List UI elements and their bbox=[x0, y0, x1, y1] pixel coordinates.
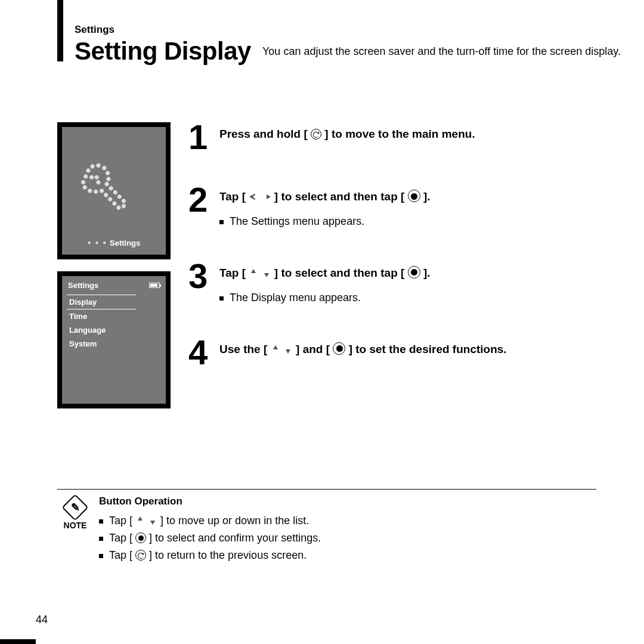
svg-point-24 bbox=[95, 179, 101, 185]
svg-point-22 bbox=[89, 174, 95, 180]
select-icon bbox=[135, 532, 146, 543]
page-title: Setting Display bbox=[75, 37, 251, 66]
step-text: Use the [ ] and [ ] to set the desired f… bbox=[219, 342, 507, 357]
step-detail: The Display menu appears. bbox=[219, 292, 431, 304]
breadcrumb: Settings bbox=[75, 24, 251, 36]
svg-point-3 bbox=[95, 163, 101, 169]
svg-point-21 bbox=[80, 179, 86, 185]
svg-point-9 bbox=[112, 190, 118, 196]
page-number: 44 bbox=[36, 614, 48, 626]
svg-point-11 bbox=[120, 198, 126, 204]
select-icon bbox=[333, 342, 345, 355]
select-icon bbox=[408, 266, 420, 278]
svg-point-19 bbox=[87, 188, 93, 194]
header: Settings Setting Display bbox=[75, 24, 251, 66]
step: 2Tap [ ] to select and then tap [ ].The … bbox=[188, 185, 507, 228]
device-screenshot-main: ● ● ● Settings bbox=[57, 122, 171, 259]
svg-point-8 bbox=[108, 185, 114, 191]
down-arrow-icon bbox=[262, 268, 271, 278]
screenshot-caption: ● ● ● Settings bbox=[62, 239, 166, 247]
battery-icon bbox=[149, 283, 160, 288]
steps-column: 1Press and hold [ ] to move to the main … bbox=[188, 122, 507, 400]
svg-point-16 bbox=[103, 192, 109, 198]
step-number: 3 bbox=[188, 261, 212, 290]
device-screenshot-menu: Settings DisplayTimeLanguageSystem bbox=[57, 271, 171, 408]
menu-item: System bbox=[68, 337, 160, 351]
right-arrow-icon bbox=[262, 192, 271, 202]
svg-point-17 bbox=[99, 188, 105, 194]
page-subtitle: You can adjust the screen saver and the … bbox=[262, 45, 621, 58]
header-accent-bar bbox=[57, 0, 63, 61]
back-icon bbox=[311, 129, 321, 140]
down-arrow-icon bbox=[148, 516, 157, 525]
step: 1Press and hold [ ] to move to the main … bbox=[188, 122, 507, 151]
svg-point-13 bbox=[116, 205, 122, 210]
step-number: 1 bbox=[188, 122, 212, 151]
left-arrow-icon bbox=[249, 192, 258, 202]
step: 4Use the [ ] and [ ] to set the desired … bbox=[188, 338, 507, 367]
svg-point-0 bbox=[83, 174, 89, 179]
svg-point-2 bbox=[89, 163, 95, 169]
step-detail: The Settings menu appears. bbox=[219, 215, 431, 228]
back-icon bbox=[135, 550, 146, 561]
note-bullet: Tap [ ] to select and confirm your setti… bbox=[99, 532, 596, 544]
note-block: ✎ NOTE Button Operation Tap [ ] to move … bbox=[57, 489, 596, 566]
svg-point-18 bbox=[93, 188, 99, 194]
note-title: Button Operation bbox=[99, 496, 596, 507]
svg-point-4 bbox=[101, 165, 107, 171]
down-arrow-icon bbox=[283, 345, 293, 354]
step: 3Tap [ ] to select and then tap [ ].The … bbox=[188, 261, 507, 304]
step-text: Press and hold [ ] to move to the main m… bbox=[219, 127, 475, 142]
svg-point-5 bbox=[105, 170, 111, 176]
svg-point-14 bbox=[112, 200, 117, 206]
step-text: Tap [ ] to select and then tap [ ]. bbox=[219, 190, 431, 205]
note-bullet: Tap [ ] to return to the previous screen… bbox=[99, 549, 596, 562]
svg-point-20 bbox=[82, 184, 88, 190]
svg-point-12 bbox=[120, 203, 126, 209]
note-label: NOTE bbox=[57, 521, 93, 530]
menu-title: Settings bbox=[68, 281, 98, 290]
svg-point-1 bbox=[85, 168, 91, 174]
menu-item: Display bbox=[67, 295, 136, 309]
svg-point-23 bbox=[94, 174, 100, 180]
footer-accent-bar bbox=[0, 639, 36, 644]
note-bullet: Tap [ ] to move up or down in the list. bbox=[99, 515, 596, 527]
svg-point-6 bbox=[106, 176, 112, 182]
menu-item: Time bbox=[68, 309, 160, 323]
svg-point-7 bbox=[104, 181, 110, 187]
wrench-icon bbox=[66, 134, 159, 227]
svg-point-15 bbox=[107, 196, 113, 202]
note-icon: ✎ bbox=[61, 494, 88, 521]
up-arrow-icon bbox=[271, 345, 280, 354]
svg-point-10 bbox=[116, 194, 122, 200]
select-icon bbox=[408, 190, 420, 202]
device-screens-column: ● ● ● Settings Settings DisplayTimeLangu… bbox=[57, 122, 171, 408]
step-number: 2 bbox=[188, 185, 212, 214]
up-arrow-icon bbox=[249, 268, 258, 278]
menu-item: Language bbox=[68, 323, 160, 337]
step-number: 4 bbox=[188, 338, 212, 367]
step-text: Tap [ ] to select and then tap [ ]. bbox=[219, 266, 431, 281]
up-arrow-icon bbox=[135, 516, 145, 525]
